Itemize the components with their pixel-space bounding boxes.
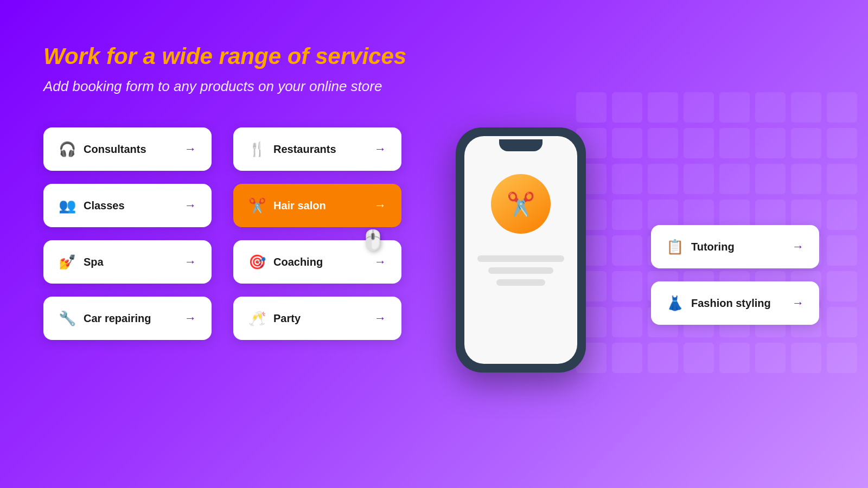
fashion-styling-arrow: → bbox=[792, 296, 804, 310]
classes-arrow: → bbox=[184, 198, 196, 213]
classes-label: Classes bbox=[84, 200, 125, 212]
car-repairing-arrow: → bbox=[184, 311, 196, 325]
fashion-styling-icon: 👗 bbox=[666, 295, 684, 312]
consultants-icon: 🎧 bbox=[59, 141, 76, 158]
card-classes[interactable]: 👥 Classes → bbox=[43, 184, 212, 227]
hair-salon-arrow: → bbox=[374, 198, 386, 213]
phone-screen: ✂️ bbox=[464, 136, 577, 364]
party-icon: 🥂 bbox=[248, 310, 266, 327]
phone-mockup: ✂️ bbox=[456, 127, 586, 373]
car-repairing-icon: 🔧 bbox=[59, 310, 76, 327]
cards-layout: 🎧 Consultants → 👥 Classes → 💅 Spa → bbox=[43, 127, 825, 373]
spa-arrow: → bbox=[184, 255, 196, 269]
tutoring-label: Tutoring bbox=[691, 241, 735, 253]
spa-label: Spa bbox=[84, 256, 104, 268]
page-heading: Work for a wide range of services bbox=[43, 43, 825, 69]
restaurants-icon: 🍴 bbox=[248, 141, 266, 158]
spa-icon: 💅 bbox=[59, 254, 76, 271]
tutoring-icon: 📋 bbox=[666, 239, 684, 255]
hair-salon-icon: ✂️ bbox=[248, 197, 266, 214]
left-column: 🎧 Consultants → 👥 Classes → 💅 Spa → bbox=[43, 127, 212, 340]
car-repairing-label: Car repairing bbox=[84, 312, 151, 325]
coaching-label: Coaching bbox=[273, 256, 323, 268]
card-spa[interactable]: 💅 Spa → bbox=[43, 240, 212, 284]
phone-app-icon: ✂️ bbox=[491, 174, 551, 234]
consultants-arrow: → bbox=[184, 142, 196, 156]
phone-line-1 bbox=[477, 255, 564, 262]
fashion-styling-label: Fashion styling bbox=[691, 297, 771, 310]
card-car-repairing[interactable]: 🔧 Car repairing → bbox=[43, 297, 212, 340]
coaching-icon: 🎯 bbox=[248, 254, 266, 271]
phone-line-3 bbox=[496, 279, 545, 286]
coaching-arrow: → bbox=[374, 255, 386, 269]
card-tutoring[interactable]: 📋 Tutoring → bbox=[651, 225, 819, 268]
card-fashion-styling[interactable]: 👗 Fashion styling → bbox=[651, 281, 819, 325]
page-subheading: Add booking form to any products on your… bbox=[43, 78, 825, 95]
card-consultants[interactable]: 🎧 Consultants → bbox=[43, 127, 212, 171]
phone-notch bbox=[499, 139, 542, 151]
card-restaurants[interactable]: 🍴 Restaurants → bbox=[233, 127, 401, 171]
party-label: Party bbox=[273, 312, 301, 325]
middle-column: 🍴 Restaurants → ✂️ Hair salon → 🖱️ 🎯 Coa… bbox=[233, 127, 401, 340]
restaurants-label: Restaurants bbox=[273, 143, 336, 156]
tutoring-arrow: → bbox=[792, 240, 804, 254]
classes-icon: 👥 bbox=[59, 197, 76, 214]
party-arrow: → bbox=[374, 311, 386, 325]
restaurants-arrow: → bbox=[374, 142, 386, 156]
hair-salon-label: Hair salon bbox=[273, 200, 326, 212]
card-party[interactable]: 🥂 Party → bbox=[233, 297, 401, 340]
cursor-icon: 🖱️ bbox=[361, 229, 385, 252]
far-right-column: 📋 Tutoring → 👗 Fashion styling → bbox=[651, 225, 819, 325]
consultants-label: Consultants bbox=[84, 143, 146, 156]
phone-icon-symbol: ✂️ bbox=[507, 191, 535, 217]
card-hair-salon[interactable]: ✂️ Hair salon → 🖱️ bbox=[233, 184, 401, 227]
phone-mockup-container: ✂️ bbox=[456, 127, 597, 373]
phone-line-2 bbox=[488, 267, 553, 274]
